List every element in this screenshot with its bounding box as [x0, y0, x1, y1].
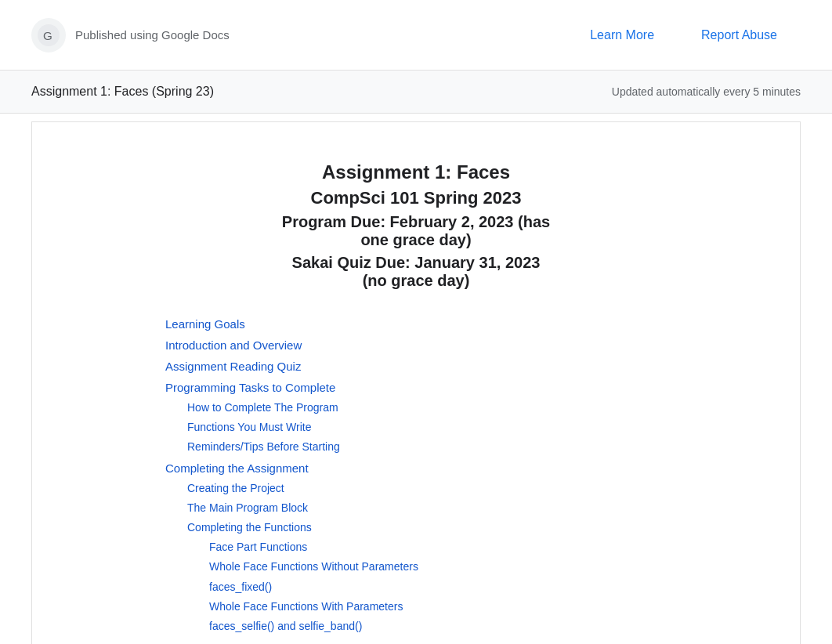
top-nav: G Published using Google Docs Learn More…	[0, 0, 832, 71]
toc-item[interactable]: Face Part Functions	[165, 537, 667, 557]
toc-item[interactable]: Assignment Reading Quiz	[165, 356, 667, 377]
toc: Learning GoalsIntroduction and OverviewA…	[165, 313, 667, 636]
toc-item[interactable]: Completing the Assignment	[165, 458, 667, 479]
content-area: Assignment 1: Faces CompSci 101 Spring 2…	[31, 121, 801, 644]
doc-due-line1: Program Due: February 2, 2023 (has one g…	[165, 213, 667, 249]
toc-item[interactable]: Reminders/Tips Before Starting	[165, 437, 667, 457]
toc-item[interactable]: Functions You Must Write	[165, 418, 667, 437]
toc-item[interactable]: Introduction and Overview	[165, 335, 667, 356]
page-title: Assignment 1: Faces (Spring 23)	[31, 85, 214, 99]
toc-item[interactable]: Whole Face Functions Without Parameters	[165, 557, 667, 577]
doc-content: Assignment 1: Faces CompSci 101 Spring 2…	[150, 138, 682, 644]
toc-item[interactable]: How to Complete The Program	[165, 398, 667, 418]
toc-item[interactable]: faces_selfie() and selfie_band()	[165, 617, 667, 636]
toc-item[interactable]: faces_fixed()	[165, 577, 667, 597]
doc-quiz: Sakai Quiz Due: January 31, 2023 (no gra…	[165, 254, 667, 290]
sub-header: Assignment 1: Faces (Spring 23) Updated …	[0, 71, 832, 114]
toc-item[interactable]: Creating the Project	[165, 479, 667, 498]
svg-text:G: G	[43, 28, 52, 42]
toc-item[interactable]: Whole Face Functions With Parameters	[165, 597, 667, 617]
toc-item[interactable]: Programming Tasks to Complete	[165, 377, 667, 398]
doc-subtitle: CompSci 101 Spring 2023	[165, 188, 667, 208]
google-logo-icon: G	[31, 18, 66, 52]
nav-left: G Published using Google Docs	[31, 18, 230, 52]
learn-more-link[interactable]: Learn More	[566, 20, 678, 50]
doc-title: Assignment 1: Faces	[165, 161, 667, 183]
nav-right: Learn More Report Abuse	[566, 20, 801, 50]
toc-item[interactable]: Completing the Functions	[165, 518, 667, 537]
published-label: Published using Google Docs	[75, 28, 230, 42]
report-abuse-link[interactable]: Report Abuse	[678, 20, 801, 50]
updated-label: Updated automatically every 5 minutes	[612, 85, 801, 98]
toc-item[interactable]: Learning Goals	[165, 313, 667, 335]
toc-item[interactable]: The Main Program Block	[165, 498, 667, 518]
